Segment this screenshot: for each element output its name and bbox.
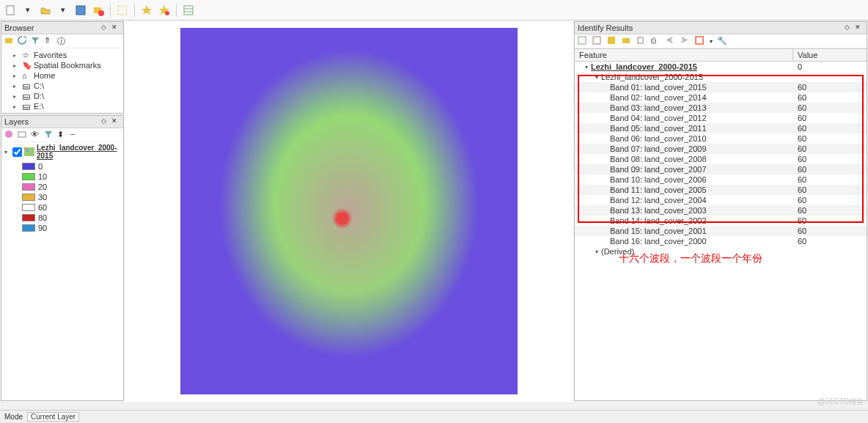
browser-item[interactable]: ▸🔖Spatial Bookmarks bbox=[1, 60, 123, 70]
browser-title: Browser bbox=[4, 23, 34, 32]
identify-results-panel: Identify Results ◇✕ ⎙ ⮜ ⮞ ▾ 🔧 Feature Va… bbox=[574, 21, 867, 401]
undock-icon[interactable]: ◇ bbox=[845, 23, 853, 32]
form-icon[interactable] bbox=[695, 36, 705, 46]
properties-icon[interactable]: ⓘ bbox=[57, 36, 67, 46]
forward-icon[interactable]: ⮞ bbox=[680, 36, 691, 46]
identify-row[interactable]: Band 04: land_cover_201260 bbox=[575, 113, 867, 123]
bookmark-add-icon[interactable] bbox=[139, 3, 154, 18]
expand-icon[interactable]: ⬍ bbox=[57, 130, 67, 140]
identify-title: Identify Results bbox=[578, 23, 633, 32]
close-icon[interactable]: ✕ bbox=[855, 23, 864, 32]
remove-layer-icon[interactable] bbox=[91, 3, 106, 18]
map-canvas[interactable] bbox=[125, 21, 573, 402]
identify-row[interactable]: Band 06: land_cover_201060 bbox=[575, 133, 867, 144]
identify-row[interactable]: Band 05: land_cover_201160 bbox=[575, 123, 867, 133]
dropdown-icon[interactable]: ▾ bbox=[710, 38, 713, 45]
identify-row[interactable]: ▾Lezhi_landcover_2000-2015 bbox=[575, 72, 867, 82]
save-icon[interactable] bbox=[73, 3, 88, 18]
identify-row[interactable]: Band 07: land_cover_200960 bbox=[575, 144, 867, 154]
browser-item[interactable]: ▸☆Favorites bbox=[1, 50, 123, 60]
layer-visibility-checkbox[interactable] bbox=[12, 147, 22, 157]
legend-label: 0 bbox=[38, 162, 43, 171]
identify-row[interactable]: Band 02: land_cover_201460 bbox=[575, 92, 867, 103]
remove-icon[interactable]: − bbox=[70, 130, 81, 140]
layer-item[interactable]: ▾ Lezhi_landcover_2000-2015 bbox=[1, 142, 123, 161]
filter-icon[interactable] bbox=[31, 36, 41, 46]
refresh-icon[interactable] bbox=[18, 36, 28, 46]
legend-swatch bbox=[22, 183, 35, 191]
open-icon[interactable] bbox=[38, 3, 53, 18]
svg-rect-1 bbox=[76, 6, 85, 15]
column-value[interactable]: Value bbox=[793, 49, 867, 61]
identify-value: 60 bbox=[793, 113, 867, 123]
identify-feature: Band 04: land_cover_2012 bbox=[610, 114, 707, 122]
identify-row[interactable]: Band 10: land_cover_200660 bbox=[575, 174, 867, 185]
svg-rect-0 bbox=[7, 6, 14, 15]
browser-item[interactable]: ▸🖴D:\ bbox=[1, 91, 123, 101]
expand-all-icon[interactable] bbox=[578, 36, 588, 46]
identify-row[interactable]: Band 11: land_cover_200560 bbox=[575, 185, 867, 195]
select-icon[interactable] bbox=[115, 3, 130, 18]
identify-row[interactable]: Band 01: land_cover_201560 bbox=[575, 82, 867, 92]
identify-feature: Band 11: land_cover_2005 bbox=[610, 185, 707, 194]
map-raster bbox=[180, 28, 518, 394]
identify-value: 60 bbox=[793, 103, 867, 113]
svg-rect-6 bbox=[184, 6, 193, 15]
legend-item: 60 bbox=[22, 202, 123, 213]
clear-icon[interactable] bbox=[622, 36, 632, 46]
drive-icon: 🖴 bbox=[22, 81, 31, 90]
identify-feature: Band 15: land_cover_2001 bbox=[610, 227, 707, 235]
legend-label: 60 bbox=[38, 203, 47, 212]
identify-row[interactable]: Band 09: land_cover_200760 bbox=[575, 164, 867, 174]
identify-value: 60 bbox=[793, 154, 867, 164]
back-icon[interactable]: ⮜ bbox=[666, 36, 676, 46]
identify-row[interactable]: Band 16: land_cover_200060 bbox=[575, 236, 867, 246]
svg-point-5 bbox=[165, 11, 169, 15]
group-icon[interactable] bbox=[18, 130, 28, 140]
copy-icon[interactable] bbox=[636, 36, 647, 46]
new-icon[interactable] bbox=[3, 3, 18, 18]
identify-row[interactable]: Band 14: land_cover_200260 bbox=[575, 216, 867, 226]
style-icon[interactable] bbox=[4, 130, 15, 140]
expand-new-icon[interactable] bbox=[607, 36, 617, 46]
collapse-all-icon[interactable] bbox=[592, 36, 603, 46]
collapse-icon[interactable]: ⇑ bbox=[44, 36, 54, 46]
undock-icon[interactable]: ◇ bbox=[101, 23, 110, 32]
identify-feature: Band 06: land_cover_2010 bbox=[610, 134, 707, 143]
svg-point-3 bbox=[98, 10, 104, 16]
identify-value: 60 bbox=[793, 174, 867, 185]
identify-row[interactable]: Band 15: land_cover_200160 bbox=[575, 226, 867, 236]
legend-item: 20 bbox=[22, 182, 123, 192]
identify-row[interactable]: Band 12: land_cover_200460 bbox=[575, 195, 867, 205]
print-icon[interactable]: ⎙ bbox=[651, 36, 661, 46]
bookmark-del-icon[interactable] bbox=[157, 3, 172, 18]
identify-row[interactable]: Band 13: land_cover_200360 bbox=[575, 205, 867, 216]
legend-swatch bbox=[22, 163, 35, 170]
dropdown-icon[interactable]: ▾ bbox=[56, 3, 70, 18]
undock-icon[interactable]: ◇ bbox=[101, 117, 110, 126]
close-icon[interactable]: ✕ bbox=[111, 23, 120, 32]
identify-value: 60 bbox=[793, 82, 867, 92]
settings-icon[interactable]: 🔧 bbox=[717, 36, 727, 46]
identify-value: 60 bbox=[793, 144, 867, 154]
dropdown-icon[interactable]: ▾ bbox=[21, 3, 35, 18]
identify-row[interactable]: Band 03: land_cover_201360 bbox=[575, 103, 867, 113]
close-icon[interactable]: ✕ bbox=[111, 117, 120, 126]
attribute-table-icon[interactable] bbox=[181, 3, 196, 18]
identify-feature: Band 14: land_cover_2002 bbox=[610, 216, 707, 225]
drive-icon: 🖴 bbox=[22, 92, 31, 100]
identify-row[interactable]: Band 08: land_cover_200860 bbox=[575, 154, 867, 164]
mode-value[interactable]: Current Layer bbox=[27, 412, 79, 422]
browser-item[interactable]: ▸🖴C:\ bbox=[1, 81, 123, 91]
column-feature[interactable]: Feature bbox=[575, 49, 793, 61]
visibility-icon[interactable]: 👁 bbox=[31, 130, 41, 140]
browser-item[interactable]: ▸🖴E:\ bbox=[1, 101, 123, 111]
identify-row[interactable]: ▾Lezhi_landcover_2000-20150 bbox=[575, 62, 867, 72]
browser-item[interactable]: ▸⌂Home bbox=[1, 70, 123, 81]
add-icon[interactable] bbox=[4, 36, 15, 46]
svg-rect-19 bbox=[638, 37, 643, 43]
identify-feature: Band 01: land_cover_2015 bbox=[610, 83, 707, 92]
identify-feature: Band 16: land_cover_2000 bbox=[610, 237, 707, 246]
filter-icon[interactable] bbox=[44, 130, 54, 140]
legend-item: 30 bbox=[22, 192, 123, 202]
